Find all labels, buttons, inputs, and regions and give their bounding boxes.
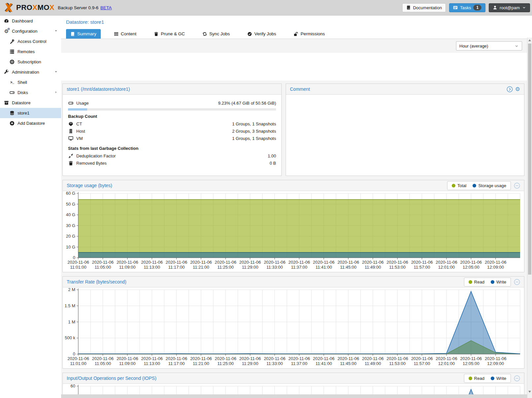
svg-text:2020-11-06: 2020-11-06 <box>460 356 482 361</box>
chevron-down-icon <box>514 44 519 48</box>
sidebar-item-subscription[interactable]: Subscription <box>0 57 61 67</box>
compress-arrows-icon <box>68 153 74 158</box>
desktop-icon <box>68 136 74 141</box>
tab-content[interactable]: Content <box>110 29 141 39</box>
svg-text:12:01:00: 12:01:00 <box>438 265 455 270</box>
usage-label: Usage <box>76 101 89 106</box>
svg-text:2020-11-06: 2020-11-06 <box>313 356 335 361</box>
collapse-panel-icon[interactable] <box>514 375 520 381</box>
sidebar-item-datastore[interactable]: Datastore <box>0 98 61 108</box>
svg-text:12:09:00: 12:09:00 <box>487 265 504 270</box>
svg-text:11:29:00: 11:29:00 <box>242 265 259 270</box>
scroll-down-arrow[interactable] <box>528 391 531 393</box>
expand-caret-icon[interactable] <box>54 90 58 95</box>
svg-text:11:05:00: 11:05:00 <box>95 265 111 270</box>
svg-text:11:25:00: 11:25:00 <box>217 265 234 270</box>
tab-sync-jobs[interactable]: Sync Jobs <box>198 29 234 39</box>
svg-text:11:49:00: 11:49:00 <box>365 265 381 270</box>
legend-dot <box>491 377 494 380</box>
sidebar-item-administration[interactable]: Administration <box>0 67 61 77</box>
legend-dot <box>452 184 455 187</box>
grid-icon <box>114 32 119 36</box>
sidebar-item-shell[interactable]: >_ Shell <box>0 77 61 87</box>
legend-item-write[interactable]: Write <box>491 376 506 381</box>
chevron-down-icon <box>522 6 526 10</box>
svg-text:2020-11-06: 2020-11-06 <box>411 260 433 265</box>
backup-count-heading: Backup Count <box>68 114 276 119</box>
page-title: Datastore: store1 <box>61 16 532 26</box>
svg-text:11:53:00: 11:53:00 <box>389 361 406 366</box>
scroll-up-arrow[interactable] <box>528 39 531 41</box>
beta-link[interactable]: BETA <box>100 5 112 10</box>
svg-text:11:33:00: 11:33:00 <box>266 265 283 270</box>
svg-text:1.5 M: 1.5 M <box>64 303 75 308</box>
horizontal-scrollbar[interactable] <box>61 394 532 398</box>
collapse-panel-icon[interactable] <box>514 279 520 285</box>
svg-text:60: 60 <box>71 384 75 388</box>
gear-icon[interactable]: ⚙ <box>515 86 520 92</box>
legend-dot <box>473 184 476 187</box>
legend-item-write[interactable]: Write <box>491 280 506 284</box>
svg-text:11:41:00: 11:41:00 <box>316 361 332 366</box>
svg-text:2020-11-06: 2020-11-06 <box>117 356 138 361</box>
user-menu-button[interactable]: root@pam <box>489 3 530 12</box>
datastore-summary-panel: store1 (/mnt/datastores/store1) Usage 9.… <box>62 83 282 176</box>
svg-text:11:49:00: 11:49:00 <box>365 361 381 366</box>
svg-text:2020-11-06: 2020-11-06 <box>288 260 310 265</box>
collapse-caret-icon[interactable] <box>54 29 58 34</box>
content-scroll-area: store1 (/mnt/datastores/store1) Usage 9.… <box>61 81 532 398</box>
svg-text:1 M: 1 M <box>68 319 75 324</box>
sidebar-item-access-control[interactable]: Access Control <box>0 36 61 47</box>
plus-circle-icon <box>9 121 15 126</box>
svg-text:11:53:00: 11:53:00 <box>389 265 406 270</box>
svg-text:50 G: 50 G <box>66 202 75 207</box>
svg-text:2020-11-06: 2020-11-06 <box>387 260 408 265</box>
svg-text:2020-11-06: 2020-11-06 <box>215 356 236 361</box>
sidebar-item-store1[interactable]: store1 <box>0 108 61 118</box>
legend-dot <box>469 280 472 284</box>
collapse-caret-icon[interactable] <box>54 70 58 75</box>
tab-prune-gc[interactable]: Prune & GC <box>150 29 189 39</box>
tab-permissions[interactable]: Permissions <box>289 29 329 39</box>
sidebar-item-configuration[interactable]: ⚙⚙ Configuration <box>0 26 61 36</box>
svg-text:11:09:00: 11:09:00 <box>119 265 136 270</box>
tasks-button[interactable]: Tasks 1 <box>449 3 485 12</box>
svg-text:2020-11-06: 2020-11-06 <box>313 260 335 265</box>
svg-text:2020-11-06: 2020-11-06 <box>264 356 286 361</box>
time-range-select[interactable]: Hour (average) <box>456 41 522 50</box>
svg-text:11:25:00: 11:25:00 <box>217 361 234 366</box>
sidebar: Dashboard ⚙⚙ Configuration Access Contro… <box>0 16 61 398</box>
chart-legend: Read Write <box>464 278 511 286</box>
chevron-right-circle-icon[interactable] <box>507 86 513 92</box>
svg-text:2020-11-06: 2020-11-06 <box>362 356 384 361</box>
transfer-rate-panel: Transfer Rate (bytes/second) Read Write … <box>62 276 524 369</box>
legend-item-read[interactable]: Read <box>469 280 484 284</box>
svg-text:11:01:00: 11:01:00 <box>70 265 87 270</box>
collapse-panel-icon[interactable] <box>514 182 520 189</box>
scrollbar-thumb[interactable] <box>528 44 531 275</box>
tab-summary[interactable]: Summary <box>66 29 101 39</box>
usage-progress-fill <box>68 108 87 111</box>
comment-content[interactable] <box>286 95 524 104</box>
sidebar-item-remotes[interactable]: Remotes <box>0 47 61 57</box>
transfer-rate-title: Transfer Rate (bytes/second) <box>67 279 126 284</box>
svg-text:0: 0 <box>73 351 75 356</box>
archive-box-icon <box>4 100 9 106</box>
legend-item-storage-usage[interactable]: Storage usage <box>473 183 506 188</box>
dedup-row: Deduplication Factor 1.00 <box>68 152 276 159</box>
legend-item-total[interactable]: Total <box>452 183 466 188</box>
tab-verify-jobs[interactable]: Verify Jobs <box>243 29 280 39</box>
sidebar-item-dashboard[interactable]: Dashboard <box>0 16 61 26</box>
svg-text:11:41:00: 11:41:00 <box>316 265 332 270</box>
documentation-button[interactable]: Documentation <box>402 3 446 12</box>
vertical-scrollbar[interactable] <box>527 38 532 398</box>
svg-text:40 G: 40 G <box>66 212 75 217</box>
svg-text:2020-11-06: 2020-11-06 <box>92 260 114 265</box>
legend-item-read[interactable]: Read <box>469 376 484 381</box>
sidebar-item-add-datastore[interactable]: Add Datastore <box>0 118 61 128</box>
svg-text:2020-11-06: 2020-11-06 <box>166 260 188 265</box>
sidebar-item-disks[interactable]: Disks <box>0 87 61 98</box>
removed-bytes-row: Removed Bytes 0 B <box>68 159 276 167</box>
svg-text:2020-11-06: 2020-11-06 <box>141 356 163 361</box>
svg-text:2020-11-06: 2020-11-06 <box>411 356 433 361</box>
